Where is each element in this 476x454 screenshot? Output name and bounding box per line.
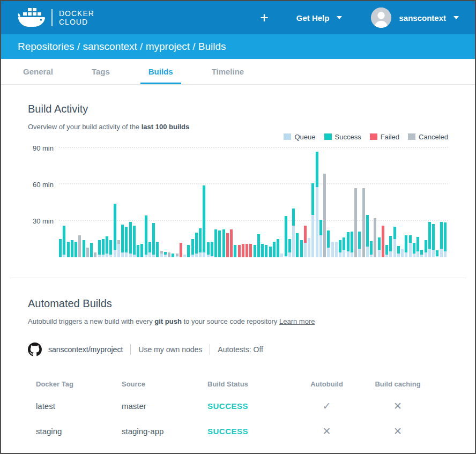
chart-bar-success[interactable] — [413, 243, 415, 257]
chart-bar-success[interactable] — [416, 237, 419, 257]
chart-bar-success[interactable] — [393, 227, 396, 257]
chart-bar-success[interactable] — [114, 204, 116, 257]
chart-bar-canceled[interactable] — [323, 174, 326, 257]
chart-bar-success[interactable] — [207, 242, 210, 257]
chart-bar-success[interactable] — [145, 215, 147, 257]
chart-bar-canceled[interactable] — [86, 248, 89, 257]
chart-bar-success[interactable] — [187, 245, 190, 257]
chart-bar-success[interactable] — [327, 230, 330, 257]
chart-bar-canceled[interactable] — [78, 235, 81, 257]
chart-bar-success[interactable] — [316, 152, 318, 257]
chart-bar-success[interactable] — [129, 222, 132, 257]
chart-bar-success[interactable] — [273, 242, 276, 257]
chart-bar-success[interactable] — [234, 245, 236, 257]
chart-bar-success[interactable] — [133, 226, 136, 257]
chart-bar-success[interactable] — [343, 237, 345, 257]
chart-bar-success[interactable] — [269, 247, 272, 257]
chart-bar-canceled[interactable] — [94, 252, 96, 257]
chart-bar-success[interactable] — [83, 240, 85, 257]
chart-bar-success[interactable] — [156, 242, 159, 257]
chart-bar-canceled[interactable] — [374, 218, 376, 257]
chart-bar-success[interactable] — [405, 235, 407, 257]
chart-bar-failed[interactable] — [242, 244, 244, 257]
chart-bar-success[interactable] — [218, 230, 221, 257]
chart-bar-failed[interactable] — [230, 229, 233, 257]
chart-bar-success[interactable] — [265, 245, 267, 257]
chart-bar-failed[interactable] — [382, 226, 384, 257]
chart-bar-queue[interactable] — [401, 249, 404, 257]
chart-bar-success[interactable] — [106, 236, 108, 257]
chart-bar-success[interactable] — [59, 239, 62, 257]
chart-bar-success[interactable] — [425, 240, 427, 257]
chart-bar-success[interactable] — [75, 242, 77, 257]
chart-bar-canceled[interactable] — [354, 188, 357, 257]
chart-bar-success[interactable] — [102, 239, 105, 257]
chart-bar-success[interactable] — [420, 250, 423, 257]
docker-cloud-logo[interactable]: DOCKER CLOUD — [17, 6, 94, 29]
chart-bar-success[interactable] — [195, 233, 198, 257]
tab-general[interactable]: General — [15, 59, 61, 84]
chart-bar-success[interactable] — [214, 229, 217, 257]
chart-bar-success[interactable] — [199, 228, 202, 257]
chart-bar-failed[interactable] — [304, 226, 307, 257]
chart-bar-success[interactable] — [300, 240, 303, 257]
learn-more-link[interactable]: Learn more — [279, 317, 315, 325]
chart-bar-canceled[interactable] — [160, 251, 163, 257]
chart-bar-success[interactable] — [358, 232, 361, 257]
chart-bar-canceled[interactable] — [362, 188, 365, 257]
chart-bar-success[interactable] — [378, 237, 381, 257]
chart-bar-queue[interactable] — [280, 254, 283, 257]
caching-cross-icon[interactable]: ✕ — [387, 400, 408, 412]
chart-bar-failed[interactable] — [180, 243, 182, 257]
chart-bar-success[interactable] — [109, 240, 112, 257]
chart-bar-success[interactable] — [261, 244, 264, 257]
chart-bar-queue[interactable] — [183, 255, 186, 257]
chart-bar-queue[interactable] — [331, 242, 334, 257]
own-nodes-label[interactable]: Use my own nodes — [138, 345, 202, 354]
chart-bar-success[interactable] — [339, 240, 341, 257]
chart-bar-success[interactable] — [292, 209, 295, 257]
chart-bar-success[interactable] — [254, 245, 256, 257]
chart-bar-success[interactable] — [152, 223, 155, 257]
chart-bar-success[interactable] — [211, 242, 213, 257]
user-menu[interactable]: sanscontext — [371, 8, 459, 28]
chart-bar-success[interactable] — [277, 239, 279, 257]
chart-bar-success[interactable] — [140, 244, 143, 257]
chart-bar-success[interactable] — [203, 185, 205, 257]
chart-bar-success[interactable] — [409, 235, 412, 257]
chart-bar-success[interactable] — [319, 220, 322, 257]
chart-bar-success[interactable] — [385, 245, 388, 257]
chart-bar-success[interactable] — [366, 215, 369, 257]
chart-bar-success[interactable] — [444, 222, 447, 257]
chart-bar-success[interactable] — [428, 222, 431, 257]
tab-timeline[interactable]: Timeline — [204, 59, 252, 84]
chart-bar-queue[interactable] — [335, 242, 338, 257]
chart-bar-success[interactable] — [121, 225, 124, 257]
tab-builds[interactable]: Builds — [140, 59, 181, 84]
chart-bar-success[interactable] — [148, 242, 151, 257]
chart-bar-success[interactable] — [370, 241, 373, 257]
chart-bar-failed[interactable] — [246, 244, 248, 257]
chart-bar-success[interactable] — [191, 239, 194, 257]
tab-tags[interactable]: Tags — [84, 59, 118, 84]
chart-bar-success[interactable] — [296, 233, 299, 257]
chart-bar-success[interactable] — [436, 250, 438, 257]
caching-cross-icon[interactable]: ✕ — [387, 425, 408, 437]
chart-bar-success[interactable] — [432, 224, 435, 257]
breadcrumb[interactable]: Repositories / sanscontext / myproject /… — [18, 41, 226, 53]
chart-bar-success[interactable] — [288, 239, 291, 257]
build-status-link[interactable]: SUCCESS — [207, 401, 296, 411]
chart-bar-canceled[interactable] — [117, 240, 120, 257]
chart-bar-success[interactable] — [137, 245, 139, 257]
chart-bar-success[interactable] — [90, 243, 93, 257]
chart-bar-success[interactable] — [164, 252, 167, 257]
chart-bar-success[interactable] — [285, 216, 287, 257]
chart-bar-success[interactable] — [389, 236, 392, 257]
chart-bar-success[interactable] — [222, 229, 225, 257]
autotests-label[interactable]: Autotests: Off — [218, 345, 263, 354]
chart-bar-success[interactable] — [71, 240, 73, 257]
chart-bar-success[interactable] — [347, 232, 349, 257]
chart-bar-queue[interactable] — [308, 238, 310, 257]
chart-bar-failed[interactable] — [238, 245, 241, 257]
chart-bar-canceled[interactable] — [176, 254, 178, 257]
